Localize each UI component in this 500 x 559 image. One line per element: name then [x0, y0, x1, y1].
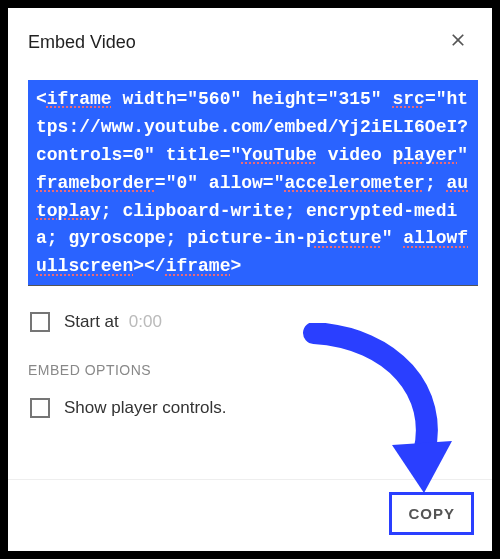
embed-video-dialog: Embed Video <iframe width="560" height="…	[8, 8, 492, 551]
close-icon	[448, 36, 468, 53]
embed-options-heading: EMBED OPTIONS	[28, 362, 484, 378]
dialog-header: Embed Video	[8, 8, 492, 68]
embed-code-textarea[interactable]: <iframe width="560" height="315" src="ht…	[28, 80, 478, 286]
dialog-title: Embed Video	[28, 32, 136, 53]
show-controls-label: Show player controls.	[64, 398, 227, 418]
copy-button[interactable]: COPY	[389, 492, 474, 535]
start-at-row: Start at 0:00	[30, 312, 484, 332]
close-button[interactable]	[444, 26, 472, 58]
start-at-time-input[interactable]: 0:00	[129, 312, 162, 332]
show-controls-row: Show player controls.	[30, 398, 484, 418]
show-controls-checkbox[interactable]	[30, 398, 50, 418]
start-at-checkbox[interactable]	[30, 312, 50, 332]
dialog-footer: COPY	[8, 479, 492, 551]
dialog-body[interactable]: <iframe width="560" height="315" src="ht…	[8, 68, 492, 479]
start-at-label: Start at	[64, 312, 119, 332]
